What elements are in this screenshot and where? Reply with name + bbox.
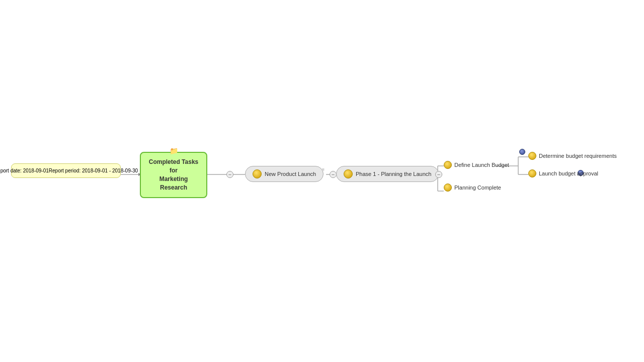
task-icon-2 <box>444 184 452 192</box>
connector-minus-2: − <box>330 171 337 178</box>
subtask-branch-icon-1 <box>519 149 525 155</box>
task-icon-1 <box>444 161 452 169</box>
folder-icon: 📁 <box>170 147 178 155</box>
task-planning-complete[interactable]: Planning Complete <box>444 184 501 192</box>
project-status-icon <box>253 169 262 178</box>
phase-node-label: Phase 1 - Planning the Launch <box>356 171 431 177</box>
task-label-2: Planning Complete <box>454 185 501 191</box>
task-label-1: Define Launch Budget <box>454 162 509 168</box>
project-node[interactable]: New Product Launch <box>245 166 324 182</box>
subtask-determine-budget[interactable]: Determine budget requirements <box>528 152 617 160</box>
main-node-label: Completed Tasks for Marketing Research <box>140 152 207 198</box>
report-period: Report period: 2018-09-01 - 2018-09-30 <box>49 167 138 174</box>
connector-minus-3: − <box>435 171 442 178</box>
connector-minus-1: − <box>226 171 233 178</box>
subtask-label-1: Determine budget requirements <box>539 153 617 159</box>
subtask-label-2: Launch budget approval <box>539 170 598 176</box>
phase-node[interactable]: Phase 1 - Planning the Launch <box>336 166 439 182</box>
report-date: Report date: 2018-09-01 <box>0 167 49 174</box>
subtask-launch-budget-approval[interactable]: Launch budget approval <box>528 169 598 177</box>
subtask-icon-1 <box>528 152 536 160</box>
report-info-box: Report date: 2018-09-01 Report period: 2… <box>11 163 121 178</box>
phase-status-icon <box>344 169 353 178</box>
project-node-label: New Product Launch <box>265 171 316 177</box>
task-define-launch-budget[interactable]: Define Launch Budget <box>444 161 509 169</box>
main-node[interactable]: 📁 Completed Tasks for Marketing Research <box>140 161 207 189</box>
subtask-icon-2 <box>528 169 536 177</box>
